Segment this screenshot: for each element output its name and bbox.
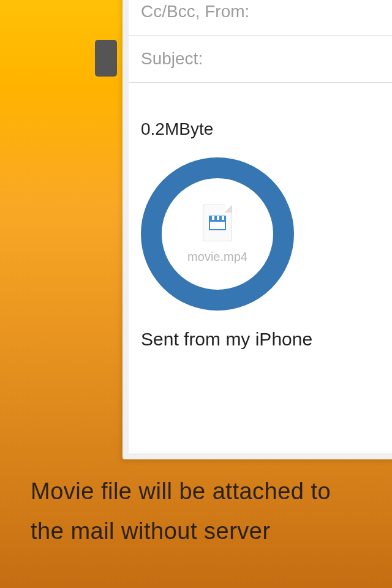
video-file-icon (203, 205, 232, 241)
mail-signature: Sent from my iPhone (141, 329, 392, 350)
phone-side-button (95, 40, 117, 77)
ccbcc-from-label: Cc/Bcc, From: (141, 2, 249, 21)
phone-frame: Cc/Bcc, From: Subject: 0.2MByte movie.mp… (123, 0, 392, 459)
subject-label: Subject: (141, 49, 203, 68)
mail-compose-view: Cc/Bcc, From: Subject: 0.2MByte movie.mp… (129, 0, 392, 362)
mail-body[interactable]: 0.2MByte movie.mp4 Sent from my iPhone (129, 83, 392, 362)
ccbcc-from-field[interactable]: Cc/Bcc, From: (129, 0, 392, 36)
attachment-filename: movie.mp4 (187, 250, 247, 264)
file-size-text: 0.2MByte (141, 119, 392, 139)
subject-field[interactable]: Subject: (129, 36, 392, 83)
attachment-indicator[interactable]: movie.mp4 (141, 157, 294, 311)
promo-caption: Movie file will be attached to the mail … (31, 472, 368, 551)
